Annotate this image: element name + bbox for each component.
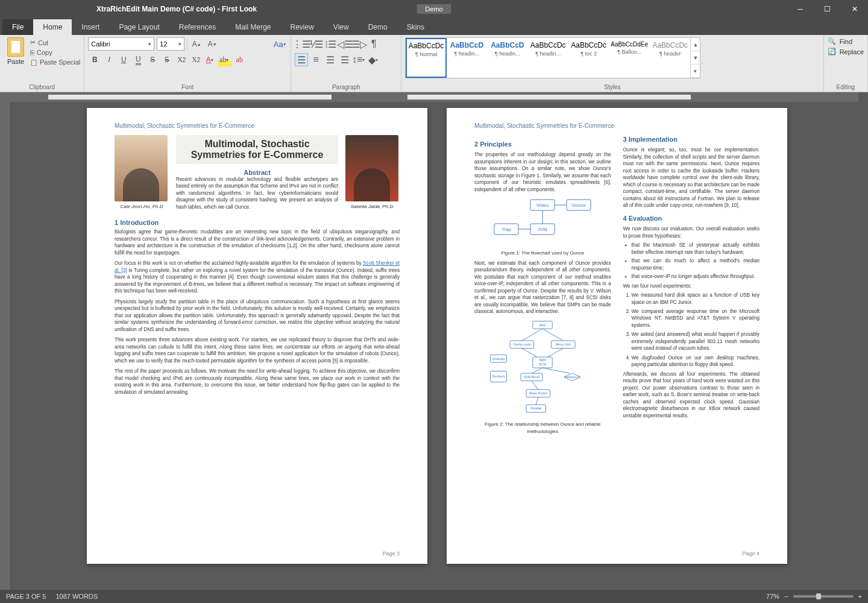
style-heading2[interactable]: AaBbCcD ¶ headin... <box>487 38 527 78</box>
tab-review[interactable]: Review <box>281 19 324 35</box>
clear-format-button[interactable]: ab <box>233 53 246 66</box>
styles-gallery[interactable]: AaBbCcDc ¶ Normal AaBbCcD ¶ headin... Aa… <box>405 37 700 78</box>
tab-insert[interactable]: Insert <box>72 19 109 35</box>
close-button[interactable]: ✕ <box>841 0 868 18</box>
subscript-button[interactable]: X2 <box>189 53 203 66</box>
group-font: Calibri▼ 12▼ A▲ A▼ Aa▾ B I U U S S̶ X2 X… <box>84 35 291 92</box>
copy-button[interactable]: Copy <box>30 49 80 56</box>
styles-scroll-down[interactable]: ▼ <box>691 51 700 65</box>
group-editing: 🔍Find 🔄Replace Editing <box>824 35 868 92</box>
minimize-button[interactable]: ─ <box>787 0 814 18</box>
tab-home[interactable]: Home <box>33 19 72 35</box>
group-styles-label: Styles <box>405 83 819 90</box>
font-name-select[interactable]: Calibri▼ <box>88 37 154 51</box>
replace-icon: 🔄 <box>828 48 836 55</box>
clipboard-icon <box>30 58 37 66</box>
grow-font-button[interactable]: A▲ <box>190 37 203 51</box>
search-icon: 🔍 <box>828 37 836 45</box>
group-editing-label: Editing <box>828 83 864 90</box>
style-header[interactable]: AaBbCcDc ¶ header <box>650 38 690 78</box>
tab-mail-merge[interactable]: Mail Merge <box>225 19 280 35</box>
strikethrough-button[interactable]: S <box>146 53 159 66</box>
style-heading1[interactable]: AaBbCcD ¶ headin... <box>447 38 487 78</box>
increase-indent-button[interactable]: ☰▷ <box>353 37 366 51</box>
styles-scrollbar: ▲ ▼ ▾ <box>690 38 700 78</box>
underline-button[interactable]: U <box>117 53 130 66</box>
tab-demo[interactable]: Demo <box>359 19 397 35</box>
decrease-indent-button[interactable]: ◁☰ <box>338 37 351 51</box>
group-font-label: Font <box>88 83 287 90</box>
style-heading3[interactable]: AaBbCcDc ¶ headin... <box>528 38 568 78</box>
demo-badge: Demo <box>417 4 451 14</box>
font-color-button[interactable]: A▾ <box>204 53 217 66</box>
font-size-select[interactable]: 12▼ <box>157 37 184 51</box>
cut-button[interactable]: Cut <box>30 39 80 46</box>
tab-view[interactable]: View <box>324 19 359 35</box>
multilevel-button[interactable]: ⁝☰ <box>324 37 337 51</box>
italic-button[interactable]: I <box>102 53 116 66</box>
style-normal[interactable]: AaBbCcDc ¶ Normal <box>406 38 446 78</box>
shading-button[interactable]: ◆▾ <box>367 53 380 66</box>
group-styles: AaBbCcDc ¶ Normal AaBbCcD ¶ headin... Aa… <box>401 35 823 92</box>
align-left-button[interactable]: ☰ <box>295 53 308 66</box>
styles-expand[interactable]: ▾ <box>691 65 700 78</box>
ribbon: Paste Cut Copy Paste Special Clipboard C… <box>0 35 868 92</box>
group-paragraph-label: Paragraph <box>295 83 397 90</box>
replace-button[interactable]: 🔄Replace <box>828 48 864 55</box>
double-underline-button[interactable]: U <box>131 53 145 66</box>
tab-references[interactable]: References <box>169 19 225 35</box>
show-marks-button[interactable]: ¶ <box>367 37 380 51</box>
ribbon-tab-strip: File Home Insert Page Layout References … <box>0 18 868 35</box>
tab-page-layout[interactable]: Page Layout <box>109 19 169 35</box>
align-justify-button[interactable]: ☰ <box>338 53 351 66</box>
line-spacing-button[interactable]: ↕≡▾ <box>353 53 366 66</box>
scissors-icon <box>30 39 36 46</box>
bullets-button[interactable]: ⋮☰ <box>295 37 308 51</box>
superscript-button[interactable]: X2 <box>175 53 188 66</box>
paste-icon <box>7 37 24 57</box>
group-clipboard: Paste Cut Copy Paste Special Clipboard <box>0 35 84 92</box>
window-title: XtraRichEdit Main Demo (C# code) - First… <box>96 5 257 13</box>
highlight-button[interactable]: ab▾ <box>218 53 231 66</box>
style-balloon[interactable]: AaBbCcDdEe ¶ Balloo... <box>609 38 650 78</box>
bold-button[interactable]: B <box>88 53 101 66</box>
find-button[interactable]: 🔍Find <box>828 37 864 45</box>
group-paragraph: ⋮☰ ⅟☰ ⁝☰ ◁☰ ☰▷ ¶ ☰ ≡ ☰ ☰ ↕≡▾ ◆▾ Paragrap… <box>291 35 401 92</box>
styles-scroll-up[interactable]: ▲ <box>691 38 700 51</box>
tab-file[interactable]: File <box>2 19 33 35</box>
change-case-button[interactable]: Aa▾ <box>274 37 287 51</box>
style-toc2[interactable]: AaBbCcDc ¶ toc 2 <box>568 38 609 78</box>
group-clipboard-label: Clipboard <box>4 83 80 90</box>
numbering-button[interactable]: ⅟☰ <box>309 37 322 51</box>
paste-special-button[interactable]: Paste Special <box>30 58 80 66</box>
paste-button[interactable]: Paste <box>4 37 28 83</box>
align-right-button[interactable]: ☰ <box>324 53 337 66</box>
title-bar: XtraRichEdit Main Demo (C# code) - First… <box>0 0 868 18</box>
shrink-font-button[interactable]: A▼ <box>206 37 219 51</box>
maximize-button[interactable]: ☐ <box>814 0 841 18</box>
tab-skins[interactable]: Skins <box>397 19 434 35</box>
double-strike-button[interactable]: S̶ <box>160 53 174 66</box>
copy-icon <box>30 49 34 56</box>
align-center-button[interactable]: ≡ <box>309 53 322 66</box>
